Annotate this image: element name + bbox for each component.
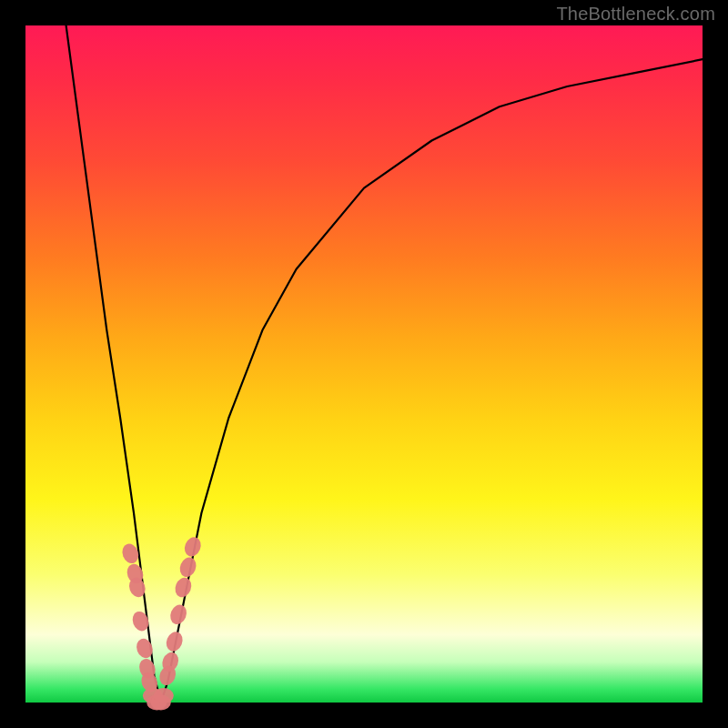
chart-svg: [25, 25, 703, 703]
data-bead: [182, 535, 204, 560]
data-bead: [164, 630, 186, 654]
sample-points-right: [157, 535, 204, 688]
data-bead: [177, 555, 199, 580]
sample-points-bottom: [143, 688, 174, 710]
curve-line: [66, 25, 703, 703]
data-bead: [154, 688, 174, 703]
watermark-text: TheBottleneck.com: [556, 4, 715, 25]
data-bead: [172, 575, 194, 600]
chart-frame: TheBottleneck.com: [0, 0, 728, 728]
data-bead: [167, 602, 189, 627]
plot-area: [25, 25, 703, 703]
bottleneck-curve: [66, 25, 703, 703]
